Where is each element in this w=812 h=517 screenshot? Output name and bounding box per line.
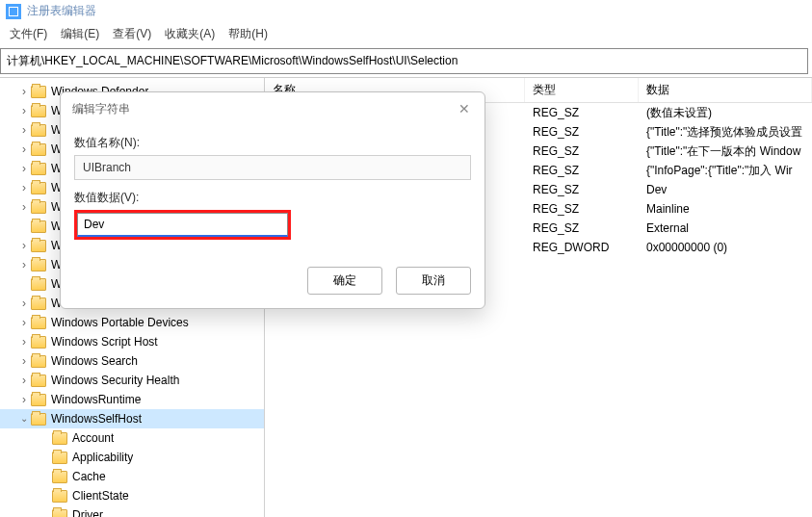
chevron-right-icon[interactable] xyxy=(17,374,31,387)
value-data-label: 数值数据(V): xyxy=(74,190,471,206)
window-title: 注册表编辑器 xyxy=(27,3,96,19)
menu-favorites[interactable]: 收藏夹(A) xyxy=(165,26,215,42)
tree-row[interactable]: Cache xyxy=(0,467,264,486)
tree-row[interactable]: Windows Search xyxy=(0,351,264,371)
tree-row[interactable]: Windows Portable Devices xyxy=(0,313,264,332)
tree-item-label: Account xyxy=(72,431,114,445)
folder-icon xyxy=(52,471,67,483)
cell-type: REG_DWORD xyxy=(525,241,639,254)
tree-row[interactable]: Windows Script Host xyxy=(0,332,264,351)
cell-type: REG_SZ xyxy=(525,106,639,119)
tree-row[interactable]: Applicability xyxy=(0,448,264,467)
edit-string-dialog: 编辑字符串 ✕ 数值名称(N): UIBranch 数值数据(V): 确定 取消 xyxy=(60,91,485,309)
cell-data: Dev xyxy=(639,183,812,196)
chevron-right-icon[interactable] xyxy=(17,181,31,194)
menubar: 文件(F) 编辑(E) 查看(V) 收藏夹(A) 帮助(H) xyxy=(0,22,812,46)
chevron-right-icon[interactable] xyxy=(17,162,31,175)
chevron-right-icon[interactable] xyxy=(17,258,31,271)
close-icon[interactable]: ✕ xyxy=(456,100,473,117)
value-name-label: 数值名称(N): xyxy=(74,135,471,151)
folder-icon xyxy=(31,105,46,117)
cell-data: {"Title":"选择预览体验成员设置 xyxy=(639,124,812,141)
tree-row[interactable]: ClientState xyxy=(0,486,264,505)
tree-item-label: ClientState xyxy=(72,489,129,503)
cell-data: 0x00000000 (0) xyxy=(639,241,812,254)
chevron-right-icon[interactable] xyxy=(17,123,31,137)
tree-item-label: Cache xyxy=(72,470,106,483)
folder-icon xyxy=(52,490,67,503)
folder-icon xyxy=(31,259,46,271)
tree-row[interactable]: Windows Security Health xyxy=(0,371,264,390)
tree-row[interactable]: Account xyxy=(0,428,264,448)
chevron-right-icon[interactable] xyxy=(17,297,31,310)
folder-icon xyxy=(52,432,67,445)
chevron-right-icon[interactable] xyxy=(17,239,31,252)
tree-item-label: WindowsRuntime xyxy=(51,393,141,406)
chevron-right-icon[interactable] xyxy=(17,335,31,349)
menu-view[interactable]: 查看(V) xyxy=(113,26,151,42)
cell-data: External xyxy=(639,221,812,235)
value-name-field: UIBranch xyxy=(74,155,471,180)
tree-item-label: Windows Portable Devices xyxy=(51,316,189,329)
folder-icon xyxy=(31,240,46,252)
cell-type: REG_SZ xyxy=(525,125,639,139)
folder-icon xyxy=(31,355,46,368)
folder-icon xyxy=(31,336,46,349)
folder-icon xyxy=(31,86,46,98)
tree-row[interactable]: Driver xyxy=(0,505,264,517)
address-path: 计算机\HKEY_LOCAL_MACHINE\SOFTWARE\Microsof… xyxy=(7,54,458,67)
value-data-highlight xyxy=(74,210,291,240)
tree-item-label: WindowsSelfHost xyxy=(51,412,142,426)
cell-data: {"Title":"在下一版本的 Window xyxy=(639,143,812,160)
cell-type: REG_SZ xyxy=(525,144,639,158)
cancel-button[interactable]: 取消 xyxy=(396,267,471,295)
chevron-right-icon[interactable] xyxy=(17,316,31,329)
chevron-right-icon[interactable] xyxy=(17,200,31,214)
column-type[interactable]: 类型 xyxy=(525,78,639,102)
folder-icon xyxy=(52,509,67,518)
chevron-right-icon[interactable] xyxy=(17,354,31,368)
value-data-input[interactable] xyxy=(77,213,288,237)
cell-data: (数值未设置) xyxy=(639,105,812,121)
column-data[interactable]: 数据 xyxy=(639,78,812,102)
folder-icon xyxy=(31,143,46,156)
cell-data: Mainline xyxy=(639,202,812,216)
folder-icon xyxy=(31,278,46,291)
folder-icon xyxy=(31,413,46,426)
cell-type: REG_SZ xyxy=(525,164,639,177)
chevron-right-icon[interactable] xyxy=(17,393,31,406)
chevron-right-icon[interactable] xyxy=(17,104,31,117)
cell-type: REG_SZ xyxy=(525,202,639,216)
chevron-down-icon[interactable] xyxy=(17,414,31,425)
folder-icon xyxy=(52,452,67,464)
folder-icon xyxy=(31,201,46,214)
tree-row[interactable]: WindowsRuntime xyxy=(0,390,264,409)
window-titlebar: 注册表编辑器 xyxy=(0,0,812,22)
tree-item-label: Windows Script Host xyxy=(51,335,158,349)
menu-edit[interactable]: 编辑(E) xyxy=(61,26,99,42)
dialog-titlebar: 编辑字符串 ✕ xyxy=(61,92,485,125)
address-bar[interactable]: 计算机\HKEY_LOCAL_MACHINE\SOFTWARE\Microsof… xyxy=(0,48,808,74)
tree-item-label: Driver xyxy=(72,508,103,517)
app-icon xyxy=(6,4,21,19)
folder-icon xyxy=(31,163,46,175)
folder-icon xyxy=(31,394,46,406)
folder-icon xyxy=(31,297,46,310)
folder-icon xyxy=(31,317,46,329)
dialog-title: 编辑字符串 xyxy=(72,101,130,117)
menu-help[interactable]: 帮助(H) xyxy=(228,26,268,42)
cell-type: REG_SZ xyxy=(525,183,639,196)
menu-file[interactable]: 文件(F) xyxy=(10,26,47,42)
tree-row[interactable]: WindowsSelfHost xyxy=(0,409,264,428)
folder-icon xyxy=(31,182,46,194)
tree-item-label: Applicability xyxy=(72,451,133,464)
cell-data: {"InfoPage":{"Title":"加入 Wir xyxy=(639,163,812,179)
ok-button[interactable]: 确定 xyxy=(307,267,382,295)
tree-item-label: Windows Security Health xyxy=(51,374,179,387)
folder-icon xyxy=(31,124,46,137)
folder-icon xyxy=(31,375,46,387)
folder-icon xyxy=(31,220,46,233)
tree-item-label: Windows Search xyxy=(51,354,138,368)
chevron-right-icon[interactable] xyxy=(17,142,31,156)
chevron-right-icon[interactable] xyxy=(17,85,31,98)
